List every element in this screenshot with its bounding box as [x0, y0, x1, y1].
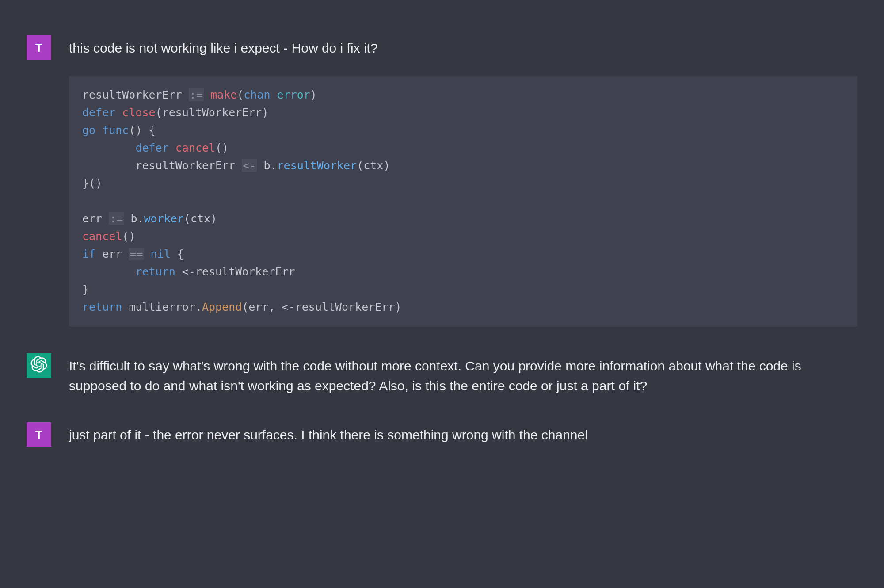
message-text: It's difficult to say what's wrong with … [69, 356, 857, 396]
assistant-avatar [27, 353, 51, 378]
code-block[interactable]: resultWorkerErr := make(chan error) defe… [69, 76, 857, 327]
openai-logo-icon [30, 356, 47, 376]
message-content: this code is not working like i expect -… [69, 35, 857, 327]
message-content: It's difficult to say what's wrong with … [69, 353, 857, 396]
code-content: resultWorkerErr := make(chan error) defe… [82, 86, 844, 316]
message-text: this code is not working like i expect -… [69, 38, 857, 58]
assistant-message-1: It's difficult to say what's wrong with … [27, 353, 857, 396]
message-text: just part of it - the error never surfac… [69, 425, 857, 445]
user-message-2: T just part of it - the error never surf… [27, 422, 857, 447]
avatar-letter: T [35, 428, 42, 442]
avatar-letter: T [35, 41, 42, 55]
user-avatar: T [27, 35, 51, 60]
user-avatar: T [27, 422, 51, 447]
message-content: just part of it - the error never surfac… [69, 422, 857, 445]
user-message-1: T this code is not working like i expect… [27, 35, 857, 327]
